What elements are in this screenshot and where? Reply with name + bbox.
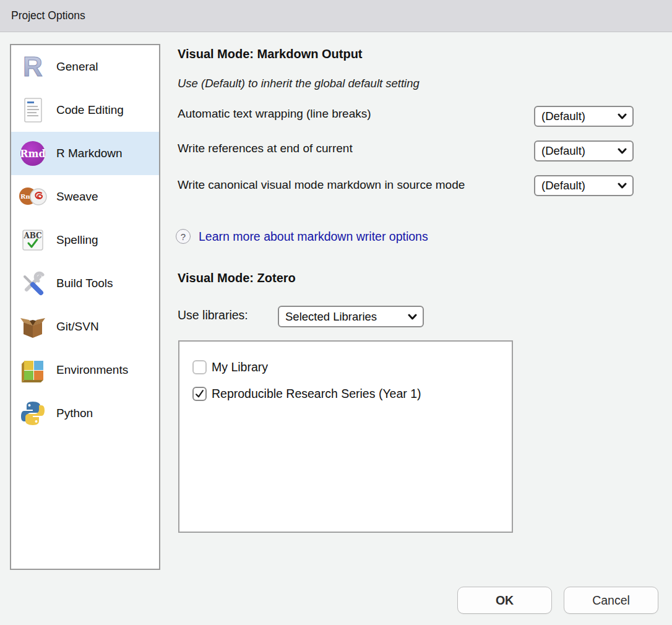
spelling-icon: ABC [19,226,47,254]
git-svn-icon [19,312,47,341]
references-label: Write references at end of current [178,142,353,155]
project-options-dialog: Project Options R General [0,0,672,625]
sidebar-item-sweave[interactable]: Rnw Sweave [11,175,159,218]
markdown-writer-help-link[interactable]: Learn more about markdown writer options [199,230,428,244]
help-question-icon[interactable]: ? [176,229,191,244]
sidebar-item-label: Environments [56,363,128,377]
my-library-checkbox[interactable] [192,360,207,374]
sidebar-item-code-editing[interactable]: Code Editing [11,88,159,132]
chevron-down-icon [618,183,627,189]
text-wrapping-label: Automatic text wrapping (line breaks) [178,107,371,121]
default-hint-text: Use (Default) to inherit the global defa… [178,77,420,90]
chevron-down-icon [408,314,417,320]
sidebar-item-spelling[interactable]: ABC Spelling [11,218,159,262]
rmarkdown-icon: Rmd [19,139,47,168]
sweave-icon: Rnw [19,183,47,211]
sidebar-item-label: Build Tools [56,277,113,290]
sidebar: R General Code Editing [10,44,160,570]
sidebar-item-r-markdown[interactable]: Rmd R Markdown [11,132,159,175]
sidebar-item-build-tools[interactable]: Build Tools [11,262,159,305]
library-row-reproducible-research[interactable]: Reproducible Research Series (Year 1) [192,381,512,407]
cancel-button[interactable]: Cancel [564,587,658,614]
chevron-down-icon [618,148,627,154]
dialog-title: Project Options [11,9,85,22]
canonical-markdown-label: Write canonical visual mode markdown in … [178,176,490,194]
select-value: Selected Libraries [285,310,377,324]
help-row: ? Learn more about markdown writer optio… [176,229,428,244]
environments-icon [19,356,47,384]
library-label: My Library [212,360,268,374]
build-tools-icon [19,269,47,298]
text-wrapping-select[interactable]: (Default) [534,106,634,127]
r-logo-icon: R [19,53,47,81]
sidebar-item-label: General [56,60,98,74]
svg-text:ABC: ABC [23,231,41,240]
checkmark-icon [194,389,205,399]
sidebar-item-python[interactable]: Python [11,392,159,435]
sidebar-item-label: R Markdown [56,147,123,160]
use-libraries-select[interactable]: Selected Libraries [278,306,424,327]
sidebar-item-label: Code Editing [56,103,124,117]
sidebar-item-label: Sweave [56,190,98,204]
libraries-listbox: My Library Reproducible Research Series … [178,340,513,533]
python-icon [19,399,47,428]
library-row-my-library[interactable]: My Library [192,354,512,381]
markdown-output-heading: Visual Mode: Markdown Output [178,47,363,61]
sidebar-item-label: Python [56,407,93,420]
use-libraries-label: Use libraries: [178,308,248,322]
references-select[interactable]: (Default) [534,140,634,162]
ok-button[interactable]: OK [457,587,552,614]
title-bar: Project Options [0,0,672,32]
library-label: Reproducible Research Series (Year 1) [212,387,421,401]
sidebar-item-git-svn[interactable]: Git/SVN [11,305,159,348]
svg-text:R: R [23,53,43,81]
sidebar-item-label: Git/SVN [56,320,99,334]
svg-text:Rmd: Rmd [20,148,45,160]
select-value: (Default) [541,110,585,123]
code-editing-icon [19,96,47,124]
sidebar-item-label: Spelling [56,233,98,247]
reproducible-research-checkbox[interactable] [192,387,207,401]
zotero-heading: Visual Mode: Zotero [178,271,296,285]
select-value: (Default) [541,179,585,192]
select-value: (Default) [541,144,585,158]
canonical-markdown-select[interactable]: (Default) [534,175,634,196]
sidebar-item-general[interactable]: R General [11,45,159,88]
chevron-down-icon [618,113,627,119]
sidebar-item-environments[interactable]: Environments [11,348,159,392]
